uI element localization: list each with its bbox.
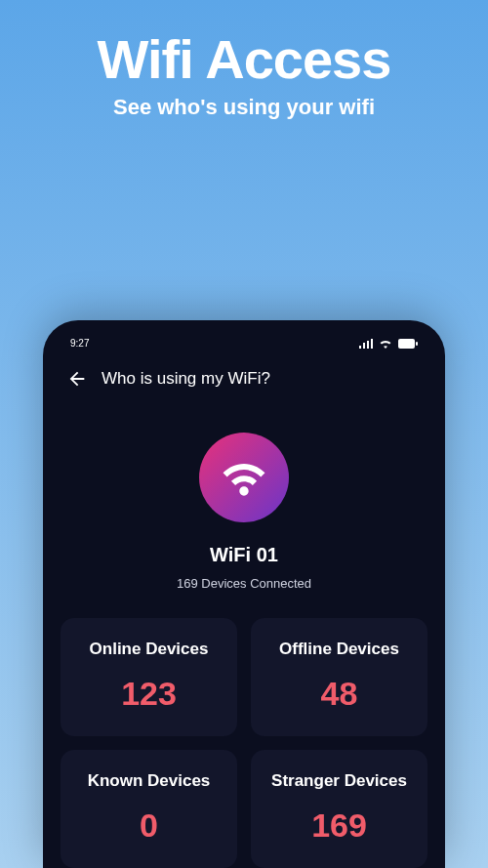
promo-title: Wifi Access xyxy=(0,27,488,91)
offline-devices-card[interactable]: Offline Devices 48 xyxy=(251,618,427,736)
card-label: Offline Devices xyxy=(261,640,418,659)
card-value: 48 xyxy=(261,675,418,713)
card-value: 0 xyxy=(70,806,227,845)
back-arrow-icon[interactable] xyxy=(66,368,88,390)
signal-icon xyxy=(359,339,373,349)
wifi-status-icon xyxy=(379,339,392,349)
wifi-name: WiFi 01 xyxy=(210,544,278,566)
svg-rect-0 xyxy=(398,339,415,349)
online-devices-card[interactable]: Online Devices 123 xyxy=(61,618,237,736)
card-value: 123 xyxy=(70,675,227,713)
card-value: 169 xyxy=(261,806,418,845)
battery-icon xyxy=(398,339,418,349)
wifi-hero: WiFi 01 169 Devices Connected xyxy=(61,409,427,618)
app-header: Who is using my WiFi? xyxy=(61,362,427,409)
status-right xyxy=(359,339,418,349)
cards-grid-row2: Known Devices 0 Stranger Devices 169 xyxy=(61,750,427,868)
status-time: 9:27 xyxy=(70,338,89,349)
card-label: Known Devices xyxy=(70,771,227,791)
phone-frame: 9:27 Who is using my WiFi? WiFi 01 169 D… xyxy=(43,320,445,868)
status-bar: 9:27 xyxy=(61,334,427,362)
card-label: Stranger Devices xyxy=(261,771,418,791)
devices-connected-text: 169 Devices Connected xyxy=(177,576,311,591)
header-title: Who is using my WiFi? xyxy=(102,369,270,389)
stranger-devices-card[interactable]: Stranger Devices 169 xyxy=(251,750,427,868)
svg-rect-1 xyxy=(416,342,418,346)
cards-grid: Online Devices 123 Offline Devices 48 xyxy=(61,618,427,736)
wifi-icon xyxy=(199,433,289,522)
card-label: Online Devices xyxy=(70,640,227,659)
promo-subtitle: See who's using your wifi xyxy=(0,95,488,120)
known-devices-card[interactable]: Known Devices 0 xyxy=(61,750,237,868)
